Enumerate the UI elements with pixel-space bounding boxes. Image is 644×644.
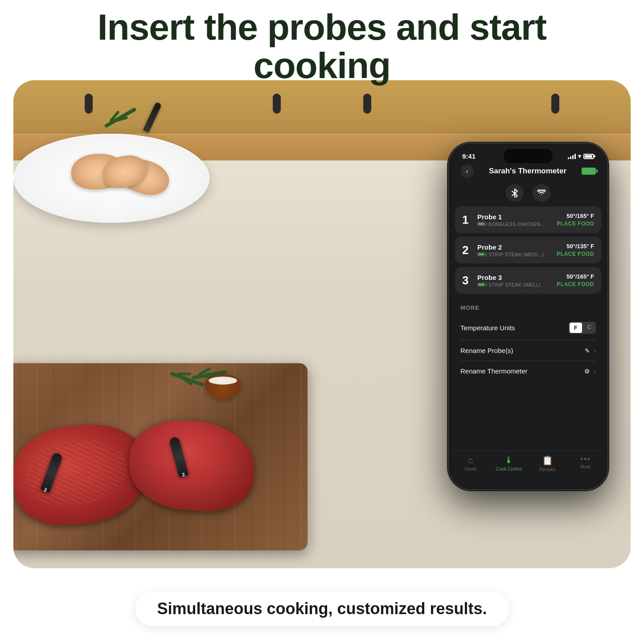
temperature-units-label: Temperature Units [460, 324, 515, 332]
home-tab-label: Home [465, 467, 477, 472]
probe-2-temp-area: 50°/135° F PLACE FOOD [557, 243, 594, 257]
probe-row-2[interactable]: 2 Probe 2 STRIP STEAK (MEDI...) 50°/135°… [455, 237, 601, 263]
chevron-rename-thermometer: › [594, 368, 596, 375]
cabinet-handle-right [551, 94, 559, 114]
white-plate [13, 134, 209, 223]
probe-3-temp: 50°/165° F [557, 273, 594, 280]
recipes-tab-icon: 📋 [542, 455, 553, 466]
rename-thermometer-controls: ⚙ › [584, 368, 596, 375]
probe-3-place-food[interactable]: PLACE FOOD [557, 281, 594, 287]
photo-area: 3 2 9:41 ▾ [13, 80, 631, 568]
bottom-caption: Simultaneous cooking, customized results… [135, 591, 509, 626]
cook-control-tab-icon: 🌡 [505, 455, 513, 465]
probe-1-food: BONELESS CHICKEN... [488, 222, 545, 227]
probe-3-number-display: 3 [462, 274, 472, 287]
probe-2-battery-row: STRIP STEAK (MEDI...) [477, 252, 551, 257]
more-tab-icon: ••• [581, 455, 591, 463]
probe-1-battery-row: BONELESS CHICKEN... [477, 222, 551, 227]
battery-fill [585, 155, 592, 158]
phone-mockup: 9:41 ▾ ‹ Sarah's Thermome [448, 143, 608, 490]
probe-list: 1 Probe 1 BONELESS CHICKEN... 50°/165° F… [451, 206, 605, 294]
tab-more[interactable]: ••• More [566, 455, 605, 469]
chevron-rename-probes: › [594, 347, 596, 354]
dynamic-island [504, 149, 553, 163]
back-button[interactable]: ‹ [460, 164, 474, 178]
phone-screen: 9:41 ▾ ‹ Sarah's Thermome [451, 146, 605, 487]
probe-1-number: 1 [462, 213, 472, 227]
probe-2-temp: 50°/135° F [557, 243, 594, 250]
cutting-board: 3 2 [13, 363, 308, 550]
tab-recipes[interactable]: 📋 Recipes [528, 455, 566, 472]
signal-bar-4 [574, 154, 576, 159]
probe-1-place-food[interactable]: PLACE FOOD [557, 221, 594, 227]
wifi-icon: ▾ [578, 153, 581, 160]
probe-3-battery [477, 283, 486, 287]
rename-thermometer-row[interactable]: Rename Thermometer ⚙ › [460, 361, 596, 381]
cook-control-tab-label: Cook Control [496, 467, 522, 472]
wifi-connection-icon[interactable] [533, 184, 550, 202]
probe-1-info: Probe 1 BONELESS CHICKEN... [477, 213, 551, 227]
probe-1-name: Probe 1 [477, 213, 551, 221]
recipes-tab-label: Recipes [539, 467, 555, 472]
probe-3-food: STRIP STEAK (WELL) [488, 282, 541, 287]
tab-home[interactable]: ⌂ Home [451, 455, 490, 472]
tab-bar: ⌂ Home 🌡 Cook Control 📋 Recipes ••• More [451, 451, 605, 487]
probe-2-number: 2 [181, 472, 185, 477]
rename-probes-label: Rename Probe(s) [460, 347, 513, 354]
rename-thermometer-label: Rename Thermometer [460, 367, 528, 375]
home-tab-icon: ⌂ [468, 455, 473, 465]
more-tab-label: More [581, 464, 591, 469]
temp-f-btn[interactable]: F [570, 323, 582, 333]
battery-icon [583, 154, 594, 159]
probe-2-info: Probe 2 STRIP STEAK (MEDI...) [477, 243, 551, 257]
rename-probes-controls: ✎ › [585, 347, 596, 354]
steak-2 [127, 418, 256, 513]
more-section: MORE Temperature Units F C Rename Probe(… [451, 297, 605, 384]
signal-bar-2 [570, 156, 571, 159]
tab-cook-control[interactable]: 🌡 Cook Control [490, 455, 528, 472]
full-battery-indicator [582, 168, 596, 175]
probe-row-3[interactable]: 3 Probe 3 STRIP STEAK (WELL) 50°/165° F … [455, 267, 601, 294]
signal-bars [568, 154, 576, 159]
probe-1-battery [477, 222, 486, 226]
gear-icon: ⚙ [584, 368, 590, 375]
temperature-units-row[interactable]: Temperature Units F C [460, 316, 596, 340]
status-icons: ▾ [568, 153, 594, 160]
signal-bar-3 [572, 155, 574, 159]
probe-2-battery [477, 252, 486, 256]
cabinet-handle-left [85, 94, 93, 114]
probe-3-battery-row: STRIP STEAK (WELL) [477, 282, 551, 287]
connection-row [451, 182, 605, 206]
temp-c-btn[interactable]: C [583, 322, 596, 334]
app-title: Sarah's Thermometer [474, 167, 582, 176]
probe-1-temp: 50°/165° F [557, 213, 594, 219]
rename-probes-row[interactable]: Rename Probe(s) ✎ › [460, 340, 596, 361]
probe-2-number: 2 [462, 243, 472, 257]
signal-bar-1 [568, 157, 569, 159]
probe-1-temp-area: 50°/165° F PLACE FOOD [557, 213, 594, 227]
more-title: MORE [460, 304, 596, 311]
temperature-units-controls: F C [569, 322, 596, 334]
probe-2-food: STRIP STEAK (MEDI...) [488, 252, 544, 257]
probe-2-name: Probe 2 [477, 243, 551, 251]
page-heading: Insert the probes and start cooking [0, 8, 644, 85]
probe-2-place-food[interactable]: PLACE FOOD [557, 251, 594, 257]
cabinet-handle-center-left [273, 94, 281, 114]
app-header: ‹ Sarah's Thermometer [451, 162, 605, 182]
probe-3-name: Probe 3 [477, 274, 551, 281]
probe-3-temp-area: 50°/165° F PLACE FOOD [557, 273, 594, 287]
status-time: 9:41 [462, 152, 476, 160]
probe-3-number: 3 [43, 487, 48, 492]
bluetooth-icon[interactable] [506, 184, 524, 202]
probe-3-info: Probe 3 STRIP STEAK (WELL) [477, 274, 551, 287]
cabinet-handle-center-right [363, 94, 371, 114]
temp-toggle[interactable]: F C [569, 322, 596, 334]
probe-row-1[interactable]: 1 Probe 1 BONELESS CHICKEN... 50°/165° F… [455, 206, 601, 233]
edit-icon: ✎ [585, 347, 590, 354]
